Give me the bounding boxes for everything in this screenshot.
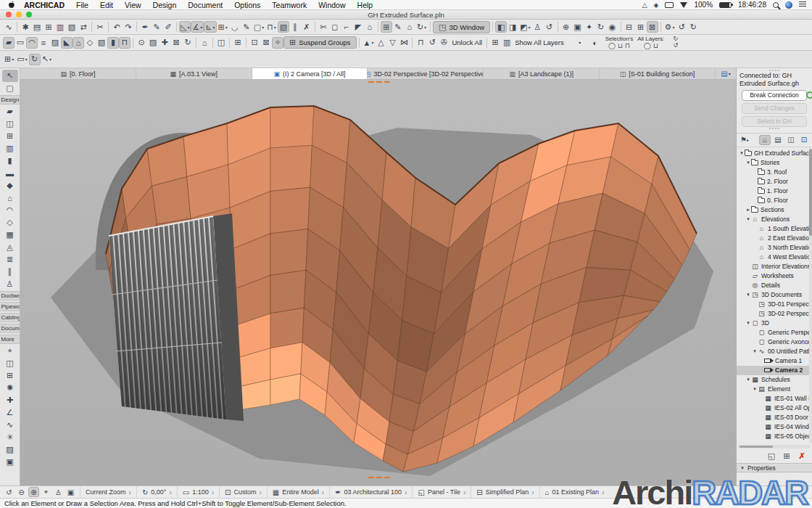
adjust-icon[interactable]: ⌐ (341, 21, 352, 33)
show-all-layers-icon[interactable]: ▥ (501, 37, 513, 49)
navigate-back-icon[interactable]: ↺ (4, 487, 14, 497)
tree-item[interactable]: ⌂4 West Elevation (A (737, 253, 812, 262)
renovation-filter-control[interactable]: ⌂01 Existing Plan› (539, 486, 610, 498)
stair-segment-icon[interactable]: ◣ (61, 37, 72, 49)
send-changes-button[interactable]: Send Changes (742, 103, 807, 114)
paste-settings-icon[interactable]: ⊞ (635, 21, 647, 33)
tree-item[interactable]: ◳3D-02 Perspective (737, 309, 812, 319)
layer-settings-icon[interactable]: ⊞ (489, 37, 501, 49)
document-tab[interactable]: ▦[A.03.1 View] (136, 68, 252, 79)
send-backward-icon[interactable]: △ (375, 37, 386, 49)
roof-segment-icon[interactable]: ▨ (49, 37, 61, 49)
layers-quick-icon[interactable]: ▧ (278, 21, 289, 33)
settings-icon[interactable]: ⚙▾ (663, 21, 676, 33)
tree-item[interactable]: ▦IES-04 Window (737, 422, 812, 432)
tree-item[interactable]: ▾∿00 Untitled Path (737, 347, 812, 356)
pan-icon[interactable]: ⌖ (41, 487, 51, 497)
reload-icon[interactable]: ↺ (676, 21, 687, 33)
wall-segment-icon[interactable]: ▰ (3, 37, 14, 49)
curtain-wall-tool[interactable]: ▥ (2, 142, 18, 155)
pen-icon[interactable]: ✐ (162, 21, 174, 33)
move-group-icon[interactable]: ⊞ (381, 21, 392, 33)
intersect-icon[interactable]: ◤ (352, 21, 364, 33)
wifi-icon[interactable] (680, 2, 687, 8)
print-icon[interactable]: ✂ (94, 21, 106, 33)
tree-disclosure-icon[interactable]: ▾ (752, 348, 758, 354)
transfer-icon[interactable]: ⇄ (78, 21, 89, 33)
bring-forward-icon[interactable]: ▲▾ (362, 37, 376, 49)
inject-parameters-icon[interactable]: ✎ (151, 21, 162, 33)
tree-item[interactable]: ▾▦Schedules (737, 375, 812, 385)
undo-icon[interactable]: ↶ (111, 21, 123, 33)
object-tool[interactable]: ♙ (2, 278, 18, 290)
crosshair-icon[interactable]: ✚ (159, 37, 170, 49)
roof-adjust-icon[interactable]: ⌂ (364, 21, 376, 33)
tree-item[interactable]: ▦IES-03 Door Sch (737, 413, 812, 422)
tree-item[interactable]: ◻Generic Axonomet (737, 337, 812, 347)
walk-icon[interactable]: ♙ (53, 487, 64, 497)
gravity-icon[interactable]: ◡ (229, 21, 241, 33)
tree-item[interactable]: 1. Floor (737, 187, 812, 196)
3d-projection-icon[interactable]: ◩▾ (518, 21, 531, 33)
camera-tool[interactable]: ▣ (2, 456, 18, 468)
menu-help[interactable]: Help (352, 1, 379, 9)
lamp-tool[interactable]: ✺ (2, 382, 18, 394)
status-icon-2[interactable]: ◈ (654, 1, 659, 9)
camera-settings-icon[interactable]: ▣ (65, 487, 76, 497)
sun-tool[interactable]: ✳ (2, 431, 18, 443)
window-segment-icon[interactable]: ▭ (14, 37, 26, 49)
update-icon[interactable]: ↻ (687, 21, 699, 33)
unlock-all-icon[interactable]: ✇ (438, 37, 450, 49)
document-tab[interactable]: ▥[A3 Landscape (1)] (484, 68, 600, 79)
modify-icon[interactable]: ✎ (392, 21, 404, 33)
slab-tool[interactable]: ◆ (2, 179, 18, 192)
section-tool[interactable]: ◫ (2, 357, 18, 369)
tree-disclosure-icon[interactable]: ▾ (745, 160, 751, 165)
toolbox-group-design[interactable]: Design (0, 95, 20, 105)
send-to-back-icon[interactable]: ▽ (386, 37, 398, 49)
organizer2-icon[interactable]: ⊞ (232, 37, 244, 49)
marker-tool[interactable]: ⌖ (2, 345, 18, 357)
tree-item[interactable]: ▦IES-02 All Open (737, 403, 812, 413)
fill-select-icon[interactable]: ▨ (147, 37, 159, 49)
rotate-view-button[interactable]: ↻ (29, 54, 41, 65)
construction-box-icon[interactable]: ▢▾ (252, 21, 265, 33)
lock-elements-icon[interactable]: ⊓ (415, 37, 426, 49)
tree-disclosure-icon[interactable]: ▾ (752, 386, 758, 392)
zone-tool[interactable]: ◬ (2, 241, 18, 253)
tree-item[interactable]: ▾⌂Elevations (737, 215, 812, 224)
shell-tool[interactable]: ◠ (2, 204, 18, 216)
tree-item[interactable]: Camera 2 (737, 366, 812, 375)
tree-item[interactable]: ▸Sections (737, 205, 812, 215)
beam-tool[interactable]: ▬ (2, 167, 18, 179)
notification-center-icon[interactable] (799, 1, 806, 8)
tree-item[interactable]: ⌂1 South Elevation (A (737, 224, 812, 234)
tree-item[interactable]: ⌂3 North Elevation ( (737, 243, 812, 253)
fit-in-window-icon[interactable]: ⊡ (249, 37, 260, 49)
close-palette-icon[interactable]: ✗ (301, 21, 312, 33)
unlock-all-label[interactable]: Unlock All (452, 38, 482, 46)
tree-item[interactable]: 0. Floor (737, 196, 812, 205)
lock-icon[interactable]: ⊓▾ (265, 21, 278, 33)
3d-viewport[interactable] (20, 80, 736, 486)
publisher-button[interactable]: ⊡ (798, 135, 810, 145)
organizer-icon[interactable]: ▧ (66, 21, 78, 33)
graphic-overrides-control[interactable]: ⊟Simplified Plan› (471, 486, 539, 498)
spline-tool[interactable]: ∿ (2, 419, 18, 431)
menu-options[interactable]: Options (228, 1, 266, 9)
split-icon[interactable]: ◻ (329, 21, 341, 33)
door-tool[interactable]: ◫ (2, 118, 18, 130)
copy-settings-icon[interactable]: ⊟ (624, 21, 635, 33)
tree-item[interactable]: ◻Generic Perspectiv (737, 328, 812, 337)
tree-item[interactable]: Camera 1 (737, 356, 812, 366)
mesh-segment-icon[interactable]: ▧ (96, 37, 107, 49)
viewpoint-settings-button[interactable]: ◱ (766, 451, 777, 461)
save-icon[interactable]: ⊞ (43, 21, 54, 33)
pick-up-parameters-icon[interactable]: ✒ (139, 21, 151, 33)
column-tool[interactable]: ▮ (2, 155, 18, 167)
menu-teamwork[interactable]: Teamwork (266, 1, 312, 9)
figure-tool[interactable]: ▨ (2, 443, 18, 456)
toolbox-group-cabling[interactable]: Cabling (0, 313, 20, 322)
worksheet-tool[interactable]: ⊞ (2, 369, 18, 382)
angle-dimension-tool[interactable]: ∠ (2, 406, 18, 419)
